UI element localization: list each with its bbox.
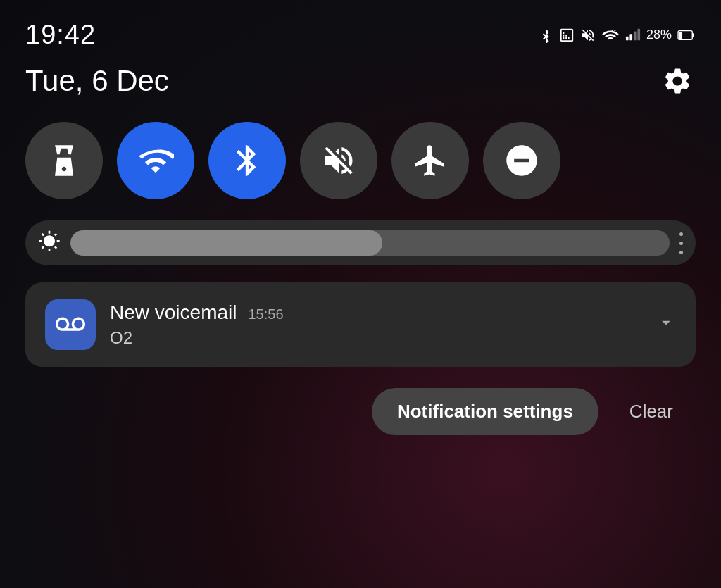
mute-icon — [580, 27, 596, 43]
tile-bluetooth[interactable] — [208, 122, 286, 199]
svg-rect-5 — [679, 31, 682, 38]
tile-wifi[interactable] — [117, 122, 194, 199]
notif-subtitle: O2 — [110, 328, 642, 348]
notif-title: New voicemail — [110, 301, 237, 324]
voicemail-icon — [56, 310, 85, 339]
battery-icon — [677, 27, 696, 43]
tile-flashlight[interactable] — [25, 122, 103, 199]
status-icons: 28% — [538, 27, 696, 43]
notif-app-icon — [45, 299, 96, 350]
bluetooth-icon — [538, 27, 553, 43]
notif-time: 15:56 — [249, 306, 284, 323]
notif-title-row: New voicemail 15:56 — [110, 301, 642, 324]
status-bar: 19:42 — [25, 20, 696, 50]
sun-icon — [38, 230, 61, 253]
notif-content: New voicemail 15:56 O2 — [110, 301, 642, 348]
chevron-down-icon — [656, 313, 676, 332]
brightness-fill — [70, 230, 382, 256]
wifi-icon — [601, 27, 620, 43]
brightness-track[interactable] — [70, 230, 670, 256]
signal-icon — [625, 27, 641, 43]
gear-icon — [662, 65, 693, 96]
svg-rect-3 — [637, 28, 640, 40]
brightness-slider-row[interactable] — [25, 220, 696, 265]
dnd-icon — [503, 142, 540, 179]
bottom-actions: Notification settings Clear — [25, 388, 696, 435]
date-row: Tue, 6 Dec — [25, 63, 696, 99]
tile-airplane[interactable] — [391, 122, 469, 199]
svg-rect-1 — [629, 34, 632, 40]
clear-button[interactable]: Clear — [610, 388, 693, 435]
settings-button[interactable] — [659, 63, 696, 99]
quick-tiles — [25, 122, 696, 199]
bluetooth-tile-icon — [229, 142, 265, 179]
mute-tile-icon — [320, 142, 357, 179]
dot3 — [679, 251, 683, 254]
clock: 19:42 — [25, 20, 96, 50]
svg-rect-6 — [692, 33, 694, 37]
svg-rect-0 — [626, 36, 629, 40]
nfc-icon — [559, 27, 575, 43]
notification-card[interactable]: New voicemail 15:56 O2 — [25, 282, 696, 367]
notification-shade: 19:42 — [0, 0, 721, 588]
wifi-tile-icon — [137, 142, 174, 179]
svg-rect-2 — [634, 31, 637, 40]
dot1 — [679, 232, 683, 236]
date-display: Tue, 6 Dec — [25, 64, 169, 98]
brightness-menu-button[interactable] — [679, 231, 683, 256]
tile-mute[interactable] — [300, 122, 377, 199]
flashlight-icon — [46, 142, 82, 179]
notif-expand-button[interactable] — [656, 313, 676, 337]
airplane-icon — [412, 142, 449, 179]
notification-settings-button[interactable]: Notification settings — [372, 388, 598, 435]
tile-dnd[interactable] — [483, 122, 560, 199]
battery-percent: 28% — [646, 27, 672, 42]
brightness-icon — [38, 230, 61, 256]
dot2 — [679, 242, 683, 245]
